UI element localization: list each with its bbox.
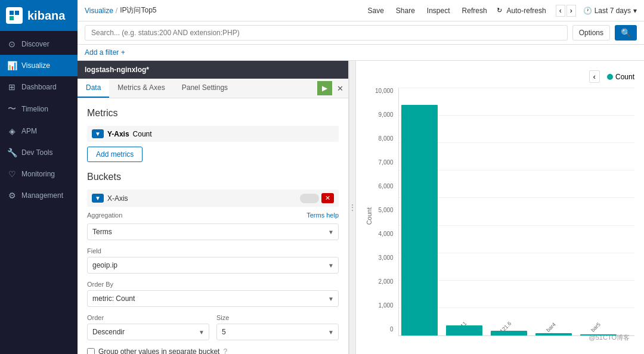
metric-expand-icon[interactable]: ▼ [92, 129, 104, 138]
orderby-select-wrapper: metric: Count [87, 290, 339, 307]
sidebar-item-label: Discover [21, 40, 49, 48]
bucket-delete-button[interactable]: ✕ [321, 193, 334, 203]
svg-rect-0 [10, 11, 14, 15]
metrics-section-title: Metrics [87, 108, 339, 119]
monitoring-icon: ♡ [7, 169, 17, 179]
options-button[interactable]: Options [572, 25, 610, 41]
bucket-actions: ✕ [300, 193, 334, 203]
aggregation-label: Aggregation [87, 212, 122, 219]
searchbar: Options 🔍 [78, 21, 644, 45]
auto-refresh-icon: ↻ [497, 7, 502, 14]
discover-icon: ⊙ [7, 39, 17, 49]
refresh-button[interactable]: Refresh [460, 5, 490, 16]
field-select[interactable]: geoip.ip [87, 257, 339, 274]
tab-data[interactable]: Data [78, 79, 109, 98]
orderby-select[interactable]: metric: Count [87, 290, 339, 307]
svg-rect-1 [15, 11, 19, 15]
sidebar-item-label: Visualize [21, 61, 50, 70]
resize-handle[interactable]: ⋮ [349, 61, 356, 354]
chart-legend: Count [607, 73, 634, 81]
chart-panel: ‹ Count Count 10,000 9,000 8,000 7,000 [356, 61, 644, 354]
apm-icon: ◈ [7, 126, 17, 136]
auto-refresh-button[interactable]: Auto-refresh [504, 5, 549, 16]
timelion-icon: 〜 [7, 104, 17, 114]
terms-help-link[interactable]: Terms help [306, 212, 339, 221]
y-label-9000: 9,000 [375, 111, 394, 118]
aggregation-select[interactable]: Terms [87, 223, 339, 240]
size-label: Size [216, 314, 339, 321]
sidebar-item-visualize[interactable]: 📊 Visualize [0, 55, 78, 76]
bucket-toggle[interactable] [300, 194, 319, 203]
time-range-label: Last 7 days [595, 7, 631, 15]
sidebar-item-devtools[interactable]: 🔧 Dev Tools [0, 142, 78, 163]
sidebar-item-dashboard[interactable]: ⊞ Dashboard [0, 76, 78, 98]
save-button[interactable]: Save [365, 5, 386, 16]
breadcrumb-parent[interactable]: Visualize [85, 7, 113, 15]
tab-panel-settings[interactable]: Panel Settings [174, 79, 236, 98]
size-input[interactable] [216, 324, 339, 340]
breadcrumb-separator: / [116, 7, 117, 15]
y-label-4000: 4,000 [375, 231, 394, 237]
left-panel: logstash-nginxlog* Data Metrics & Axes P… [78, 61, 349, 354]
orderby-form-group: Order By metric: Count [87, 281, 339, 307]
sidebar-item-management[interactable]: ⚙ Management [0, 185, 78, 206]
add-filter-button[interactable]: Add a filter + [85, 48, 125, 57]
tab-metrics-axes[interactable]: Metrics & Axes [109, 79, 173, 98]
time-range[interactable]: 🕐 Last 7 days ▾ [583, 7, 637, 15]
chart-header: ‹ Count [366, 70, 634, 83]
share-button[interactable]: Share [394, 5, 417, 16]
sidebar-item-label: Monitoring [21, 170, 55, 178]
chart-area: Count 10,000 9,000 8,000 7,000 6,000 5,0… [366, 88, 634, 344]
orderby-label: Order By [87, 281, 339, 288]
y-label-0: 0 [375, 326, 394, 333]
chart-prev-btn[interactable]: ‹ [589, 70, 600, 83]
field-form-group: Field geoip.ip [87, 247, 339, 274]
inspect-button[interactable]: Inspect [425, 5, 453, 16]
sidebar-item-apm[interactable]: ◈ APM [0, 120, 78, 142]
next-arrow[interactable]: › [566, 5, 576, 17]
breadcrumb-current: IP访问Top5 [120, 5, 156, 15]
order-select[interactable]: Descendir [87, 324, 209, 340]
sidebar-item-monitoring[interactable]: ♡ Monitoring [0, 163, 78, 185]
order-form-group: Order Descendir [87, 314, 209, 340]
chart-with-ylabels: 10,000 9,000 8,000 7,000 6,000 5,000 4,0… [375, 88, 634, 344]
auto-refresh-group: ↻ Auto-refresh [497, 5, 549, 16]
chart-nav: ‹ [589, 70, 600, 83]
search-input[interactable] [85, 25, 568, 41]
bar-4 [580, 334, 617, 336]
visualize-icon: 📊 [7, 61, 17, 70]
sidebar-item-timelion[interactable]: 〜 Timelion [0, 98, 78, 120]
order-select-wrapper: Descendir [87, 324, 209, 340]
prev-arrow[interactable]: ‹ [556, 5, 565, 17]
main-area: Visualize / IP访问Top5 Save Share Inspect … [78, 0, 644, 354]
breadcrumb: Visualize / IP访问Top5 [85, 5, 360, 15]
play-button[interactable]: ▶ [317, 81, 332, 95]
panel-tabs: Data Metrics & Axes Panel Settings ▶ ✕ [78, 79, 348, 98]
y-label-8000: 8,000 [375, 135, 394, 142]
buckets-section-title: Buckets [87, 172, 339, 182]
legend-label: Count [615, 73, 634, 81]
logo-icon [6, 7, 23, 24]
chevron-down-icon: ▾ [633, 7, 637, 15]
buckets-section: Buckets ▼ X-Axis ✕ [87, 172, 339, 354]
sidebar-item-label: Dashboard [21, 83, 57, 91]
panel-body: Metrics ▼ Y-Axis Count Add metrics Bucke… [78, 98, 348, 354]
sidebar-nav: ⊙ Discover 📊 Visualize ⊞ Dashboard 〜 Tim… [0, 31, 78, 206]
gridline-1 [399, 88, 634, 88]
size-select-wrapper [216, 324, 339, 340]
time-nav-arrows: ‹ › [556, 5, 576, 17]
metric-yaxis-value: Count [133, 130, 152, 138]
close-tab-button[interactable]: ✕ [332, 81, 348, 96]
add-metrics-button[interactable]: Add metrics [87, 147, 143, 162]
index-pattern-label: logstash-nginxlog* [85, 66, 149, 74]
sidebar-item-label: Dev Tools [21, 148, 52, 157]
sidebar-item-discover[interactable]: ⊙ Discover [0, 33, 78, 55]
bar-0 [401, 105, 438, 336]
y-label-6000: 6,000 [375, 183, 394, 190]
sidebar: kibana ⊙ Discover 📊 Visualize ⊞ Dashboar… [0, 0, 78, 354]
bucket-expand-icon[interactable]: ▼ [92, 194, 104, 203]
logo: kibana [0, 0, 78, 31]
search-button[interactable]: 🔍 [615, 25, 637, 41]
group-other-checkbox[interactable] [87, 348, 95, 355]
aggregation-form-group: Aggregation Terms help Terms [87, 212, 339, 240]
